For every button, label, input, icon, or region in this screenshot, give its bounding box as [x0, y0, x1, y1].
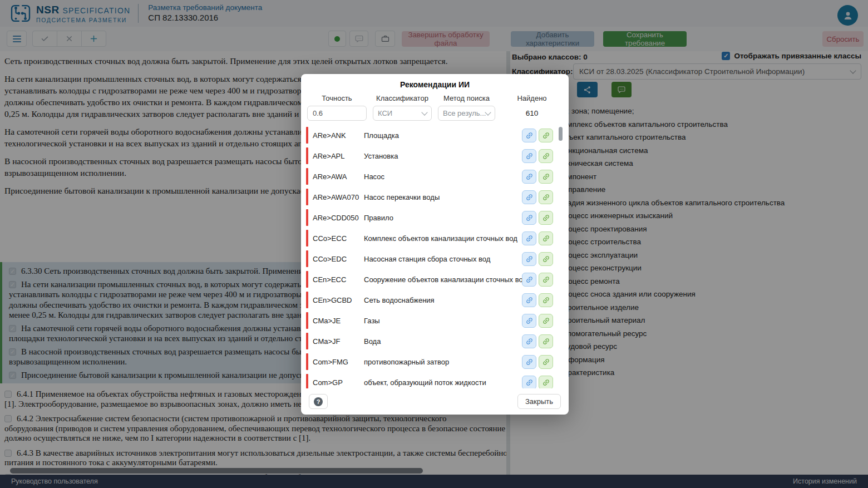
relevance-bar — [306, 168, 308, 185]
accuracy-input[interactable] — [307, 106, 367, 121]
link-characteristic-button[interactable] — [539, 355, 553, 369]
link-class-button[interactable] — [522, 231, 536, 245]
search-method-label: Метод поиска — [443, 94, 490, 102]
link-class-button[interactable] — [522, 293, 536, 307]
link-icon — [542, 296, 550, 304]
class-code: ARe>APL — [313, 152, 364, 160]
link-icon — [542, 152, 550, 160]
link-characteristic-button[interactable] — [539, 293, 553, 307]
link-class-button[interactable] — [522, 211, 536, 225]
recommendation-row[interactable]: ARe>ANK Площадка — [301, 125, 569, 146]
class-code: ARe>AWA070 — [313, 193, 364, 201]
class-name: Насосная станция сбора сточных вод — [364, 255, 522, 263]
link-icon — [525, 234, 534, 243]
link-characteristic-button[interactable] — [539, 334, 553, 348]
class-name: Площадка — [364, 131, 522, 140]
recommendation-row[interactable]: CCo>ECC Комплекс объектов канализации ст… — [301, 228, 569, 249]
relevance-bar — [306, 189, 308, 205]
link-icon — [525, 296, 534, 304]
link-characteristic-button[interactable] — [539, 252, 553, 266]
help-button[interactable]: ? — [309, 394, 328, 409]
link-class-button[interactable] — [522, 252, 536, 266]
link-icon — [525, 275, 534, 284]
link-icon — [525, 358, 534, 366]
recommendation-row[interactable]: ARe>AWA070 Насос перекачки воды — [301, 187, 569, 208]
link-characteristic-button[interactable] — [539, 149, 553, 163]
class-code: CMa>JE — [313, 317, 364, 325]
relevance-bar — [306, 333, 308, 349]
link-icon — [525, 152, 534, 160]
link-class-button[interactable] — [522, 334, 536, 348]
class-name: противопожарный затвор — [364, 358, 522, 366]
link-icon — [542, 337, 550, 346]
relevance-bar — [306, 374, 308, 388]
chevron-down-icon — [421, 109, 427, 115]
link-class-button[interactable] — [522, 314, 536, 328]
link-icon — [542, 172, 550, 181]
link-icon — [542, 275, 550, 284]
link-class-button[interactable] — [522, 355, 536, 369]
recommendation-row[interactable]: ARe>APL Установка — [301, 146, 569, 166]
link-characteristic-button[interactable] — [539, 376, 553, 388]
link-characteristic-button[interactable] — [539, 273, 553, 287]
class-code: CEn>GCBD — [313, 296, 364, 304]
link-class-button[interactable] — [522, 376, 536, 388]
chevron-down-icon — [485, 109, 491, 115]
link-class-button[interactable] — [522, 273, 536, 287]
recommendation-row[interactable]: Com>GP объект, образующий поток жидкости — [301, 372, 569, 388]
link-characteristic-button[interactable] — [539, 314, 553, 328]
link-characteristic-button[interactable] — [539, 170, 553, 184]
link-icon — [542, 214, 550, 222]
modal-footer: ? Закрыть — [301, 388, 569, 415]
link-icon — [542, 378, 550, 387]
recommendation-row[interactable]: Com>FMG противопожарный затвор — [301, 352, 569, 372]
class-name: Правило — [364, 214, 522, 222]
class-code: ARe>AWA — [313, 172, 364, 181]
recommendation-row[interactable]: CMa>JE Газы — [301, 310, 569, 331]
ai-recommendations-modal: Рекомендации ИИ Точность Классификатор К… — [301, 74, 569, 415]
recommendation-row[interactable]: ARe>AWA Насос — [301, 166, 569, 187]
link-class-button[interactable] — [522, 129, 536, 142]
recommendation-row[interactable]: CMa>JF Вода — [301, 331, 569, 352]
recommendation-row[interactable]: CCo>EDC Насосная станция сбора сточных в… — [301, 249, 569, 269]
class-code: CMa>JF — [313, 337, 364, 346]
link-icon — [525, 193, 534, 201]
link-icon — [542, 317, 550, 325]
found-count: 610 — [526, 109, 539, 117]
class-name: Насос перекачки воды — [364, 193, 522, 201]
link-icon — [525, 378, 534, 387]
relevance-bar — [306, 209, 308, 226]
link-icon — [525, 214, 534, 222]
link-icon — [525, 317, 534, 325]
classifier-filter-value: КСИ — [378, 109, 422, 117]
class-code: Com>GP — [313, 378, 364, 387]
class-code: CCo>ECC — [313, 234, 364, 243]
recommendation-row[interactable]: ARe>CDD050 Правило — [301, 208, 569, 228]
class-name: Вода — [364, 337, 522, 346]
class-name: Газы — [364, 317, 522, 325]
class-name: объект, образующий поток жидкости — [364, 378, 522, 387]
classifier-filter-label: Классификатор — [376, 94, 428, 102]
recommendation-row[interactable]: CEn>ECC Сооружение объектов канализации … — [301, 269, 569, 290]
link-class-button[interactable] — [522, 190, 536, 204]
link-class-button[interactable] — [522, 170, 536, 184]
relevance-bar — [306, 147, 308, 164]
link-characteristic-button[interactable] — [539, 190, 553, 204]
link-characteristic-button[interactable] — [539, 129, 553, 142]
class-code: ARe>CDD050 — [313, 214, 364, 222]
search-method-value: Все резуль... — [443, 109, 486, 117]
recommendation-row[interactable]: CEn>GCBD Сеть водоснабжения — [301, 290, 569, 310]
close-modal-button[interactable]: Закрыть — [517, 394, 561, 409]
link-characteristic-button[interactable] — [539, 211, 553, 225]
link-characteristic-button[interactable] — [539, 231, 553, 245]
link-class-button[interactable] — [522, 149, 536, 163]
class-name: Сеть водоснабжения — [364, 296, 522, 304]
relevance-bar — [306, 250, 308, 267]
app-screen: NSR SPECIFICATION ПОДСИСТЕМА РАЗМЕТКИ Ра… — [0, 0, 868, 488]
link-icon — [542, 131, 550, 140]
link-icon — [542, 193, 550, 201]
modal-scrollbar[interactable] — [559, 127, 563, 141]
search-method-select[interactable]: Все резуль... — [438, 106, 495, 121]
relevance-bar — [306, 127, 308, 144]
classifier-filter-select[interactable]: КСИ — [373, 106, 432, 121]
